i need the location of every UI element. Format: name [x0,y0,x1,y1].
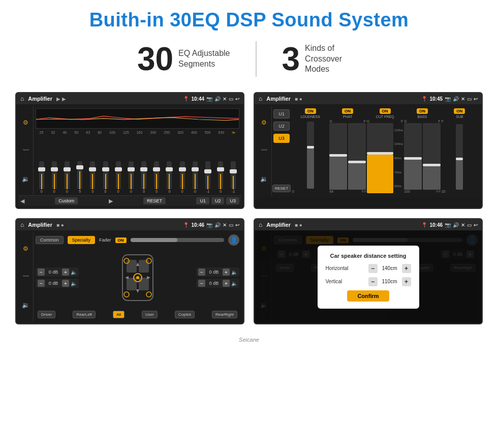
back-icon-3[interactable]: ↩ [235,222,239,228]
horizontal-plus[interactable]: + [402,264,411,273]
slider-track[interactable] [52,161,57,189]
back-icon-4[interactable]: ↩ [474,222,478,228]
db-plus-rl[interactable]: + [62,280,69,287]
slider-thumb[interactable] [192,167,199,171]
user-icon-3[interactable]: 👤 [228,234,239,246]
slider-track[interactable] [116,161,121,189]
home-icon-2[interactable]: ⌂ [259,95,262,102]
slider-thumb[interactable] [204,169,211,173]
vertical-plus[interactable]: + [402,277,411,286]
copilot-btn-3[interactable]: Copilot [175,311,195,318]
slider-thumb[interactable] [179,167,186,171]
vertical-minus[interactable]: − [368,277,378,286]
slider-track[interactable] [90,161,95,189]
home-icon-3[interactable]: ⌂ [20,221,24,228]
slider-track[interactable] [103,161,108,189]
slider-track[interactable] [141,161,146,189]
slider-thumb[interactable] [230,169,237,173]
slider-thumb[interactable] [51,167,58,171]
window-icon-2[interactable]: ▭ [467,96,472,102]
phat-toggle[interactable]: ON [342,108,353,114]
window-icon-1[interactable]: ▭ [229,96,233,102]
u2-button[interactable]: U2 [211,197,225,204]
slider-thumb[interactable] [128,167,135,171]
u3-button[interactable]: U3 [226,197,239,204]
slider-track[interactable] [218,161,223,189]
volume-down-icon-2[interactable]: 🔉 [260,175,268,183]
all-btn-3[interactable]: All [113,311,124,318]
common-tab-3[interactable]: Common [36,236,64,244]
db-minus-fl[interactable]: − [38,268,45,276]
u1-button[interactable]: U1 [196,197,209,204]
bass-toggle[interactable]: ON [417,108,428,114]
slider-thumb[interactable] [102,167,109,171]
rearleft-btn-3[interactable]: RearLeft [73,311,96,318]
preset-u2[interactable]: U2 [273,122,290,131]
db-plus-fr[interactable]: + [223,268,230,276]
slider-thumb[interactable] [38,167,45,171]
slider-track[interactable] [231,161,236,189]
next-button[interactable]: ▶ [109,198,113,204]
wave-icon[interactable]: 〰 [23,147,29,154]
slider-track[interactable] [129,161,134,189]
user-btn-3[interactable]: User [142,311,158,318]
db-minus-fr[interactable]: − [198,268,205,276]
confirm-button[interactable]: Confirm [347,290,389,302]
play-icons-1[interactable]: ▶ ▶ [56,96,66,102]
slider-thumb[interactable] [217,167,224,171]
slider-track[interactable] [77,161,82,189]
slider-track[interactable] [39,161,44,189]
svg-point-8 [136,276,139,279]
db-minus-rr[interactable]: − [198,280,205,287]
close-icon-2[interactable]: ✕ [461,96,465,102]
slider-track[interactable] [167,161,172,189]
close-icon-1[interactable]: ✕ [223,96,227,102]
svg-rect-5 [127,278,137,290]
db-plus-fl[interactable]: + [62,268,69,276]
fader-slider-3[interactable] [131,238,224,242]
eq-icon-3[interactable]: ⚙ [23,245,28,252]
home-icon-4[interactable]: ⌂ [259,221,262,228]
cutfreq-toggle[interactable]: ON [380,108,391,114]
preset-buttons: U1 U2 U3 [196,197,239,204]
slider-thumb[interactable] [140,167,147,171]
back-icon-1[interactable]: ↩ [235,96,239,102]
slider-thumb[interactable] [153,167,160,171]
slider-thumb[interactable] [76,165,83,169]
close-icon-4[interactable]: ✕ [461,222,465,228]
slider-thumb[interactable] [115,167,122,171]
eq-icon[interactable]: ⚙ [23,119,28,126]
specialty-tab-3[interactable]: Specialty [68,236,96,244]
db-minus-rl[interactable]: − [38,280,45,287]
wave-icon-2[interactable]: 〰 [261,147,267,154]
back-icon-2[interactable]: ↩ [474,96,478,102]
horizontal-minus[interactable]: − [368,264,378,273]
window-icon-4[interactable]: ▭ [467,222,472,228]
slider-thumb[interactable] [166,167,173,171]
reset-button-1[interactable]: RESET [143,197,166,204]
slider-track[interactable] [193,161,198,189]
slider-track[interactable] [180,161,185,189]
rearright-btn-3[interactable]: RearRight [212,311,237,318]
slider-thumb[interactable] [89,167,96,171]
sub-toggle[interactable]: ON [454,108,465,114]
preset-u3[interactable]: U3 [273,134,290,143]
wave-icon-3[interactable]: 〰 [23,273,29,280]
reset-crossover[interactable]: RESET [272,185,291,192]
volume-down-icon[interactable]: 🔉 [22,175,29,183]
preset-u1[interactable]: U1 [273,109,290,118]
prev-button[interactable]: ◀ [20,198,24,204]
driver-btn-3[interactable]: Driver [38,311,55,318]
close-icon-3[interactable]: ✕ [223,222,227,228]
eq-icon-2[interactable]: ⚙ [261,119,267,126]
fader-toggle-3[interactable]: ON [115,237,127,243]
window-icon-3[interactable]: ▭ [229,222,233,228]
slider-track[interactable] [205,161,210,189]
loudness-toggle[interactable]: ON [305,108,316,114]
volume-down-icon-3[interactable]: 🔉 [22,302,29,309]
db-plus-rr[interactable]: + [223,280,230,287]
home-icon-1[interactable]: ⌂ [20,95,24,102]
slider-track[interactable] [154,161,159,189]
slider-track[interactable] [65,161,70,189]
slider-thumb[interactable] [64,167,71,171]
